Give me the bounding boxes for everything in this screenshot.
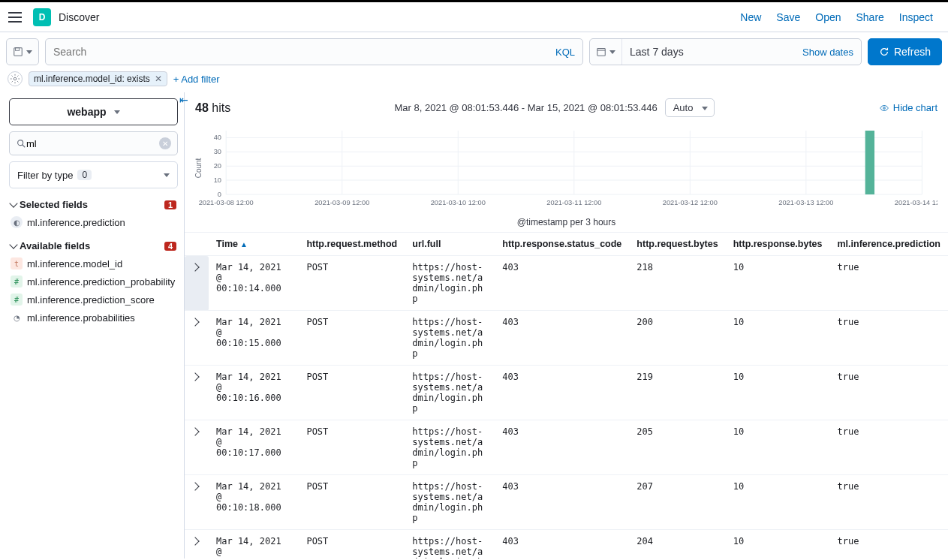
number-type-icon: # xyxy=(11,275,23,288)
cell-time: Mar 14, 2021 @ 00:10:19.000 xyxy=(209,530,299,559)
column-header[interactable]: http.response.bytes xyxy=(726,233,830,256)
query-input[interactable] xyxy=(53,46,555,58)
cell-reqbytes: 205 xyxy=(629,420,725,475)
clear-icon[interactable]: ✕ xyxy=(159,137,171,149)
column-header[interactable]: url.full xyxy=(405,233,495,256)
selected-fields-header[interactable]: Selected fields 1 xyxy=(9,196,178,213)
date-range-text[interactable]: Last 7 days xyxy=(622,46,795,58)
search-icon xyxy=(16,138,26,149)
expand-row-button[interactable] xyxy=(185,256,209,311)
column-header[interactable]: ml.inference.prediction xyxy=(829,233,948,256)
cell-prediction: true xyxy=(829,311,948,366)
field-name: ml.inference.prediction xyxy=(27,217,125,228)
results-table-wrap[interactable]: Time▲http.request.methodurl.fullhttp.res… xyxy=(185,232,948,558)
inspect-link[interactable]: Inspect xyxy=(899,11,933,23)
cell-status: 403 xyxy=(495,311,629,366)
share-link[interactable]: Share xyxy=(856,11,884,23)
field-item[interactable]: #ml.inference.prediction_score xyxy=(9,291,178,309)
open-link[interactable]: Open xyxy=(815,11,841,23)
svg-point-7 xyxy=(883,107,885,109)
refresh-label: Refresh xyxy=(894,46,931,58)
expand-row-button[interactable] xyxy=(185,311,209,366)
expand-row-button[interactable] xyxy=(185,475,209,530)
svg-text:2021-03-13 12:00: 2021-03-13 12:00 xyxy=(778,199,833,206)
hide-chart-link[interactable]: Hide chart xyxy=(879,102,937,113)
time-range-display: Mar 8, 2021 @ 08:01:53.446 - Mar 15, 202… xyxy=(394,98,715,117)
column-header[interactable]: Time▲ xyxy=(209,233,299,256)
field-name: ml.inference.probabilities xyxy=(27,312,135,324)
filter-settings-button[interactable] xyxy=(8,71,23,86)
svg-text:2021-03-11 12:00: 2021-03-11 12:00 xyxy=(546,199,601,206)
save-link[interactable]: Save xyxy=(776,11,800,23)
chart-caption: @timestamp per 3 hours xyxy=(195,217,937,227)
calendar-button[interactable] xyxy=(590,39,622,65)
cell-time: Mar 14, 2021 @ 00:10:18.000 xyxy=(209,475,299,530)
field-item[interactable]: ◔ml.inference.probabilities xyxy=(9,309,178,327)
field-name: ml.inference.prediction_score xyxy=(27,294,155,306)
expand-row-button[interactable] xyxy=(185,420,209,475)
filter-pill-label: ml.inference.model_id: exists xyxy=(34,74,150,84)
time-range-text: Mar 8, 2021 @ 08:01:53.446 - Mar 15, 202… xyxy=(394,102,657,113)
disk-icon xyxy=(13,47,23,57)
field-item[interactable]: #ml.inference.prediction_probability xyxy=(9,272,178,291)
filter-by-type-button[interactable]: Filter by type 0 xyxy=(9,161,178,188)
table-row: Mar 14, 2021 @ 00:10:18.000POSThttps://h… xyxy=(185,475,948,530)
svg-point-4 xyxy=(14,77,17,80)
query-bar: KQL Last 7 days Show dates Refresh xyxy=(0,32,948,71)
cell-resbytes: 10 xyxy=(726,530,830,559)
index-pattern-label: webapp xyxy=(67,106,106,118)
cell-method: POST xyxy=(299,311,405,366)
hit-count: 48 hits xyxy=(195,101,230,115)
close-icon[interactable]: ✕ xyxy=(155,74,162,84)
interval-select[interactable]: Auto xyxy=(665,98,715,117)
cell-url: https://host-systems.net/admin/login.php xyxy=(405,475,495,530)
query-lang-toggle[interactable]: KQL xyxy=(555,47,575,58)
add-filter-link[interactable]: + Add filter xyxy=(173,74,220,85)
chevron-down-icon xyxy=(26,50,32,54)
svg-text:10: 10 xyxy=(214,176,221,184)
cell-prediction: true xyxy=(829,530,948,559)
field-item[interactable]: tml.inference.model_id xyxy=(9,254,178,272)
table-row: Mar 14, 2021 @ 00:10:14.000POSThttps://h… xyxy=(185,256,948,311)
selected-fields-count: 1 xyxy=(164,200,176,209)
collapse-sidebar-icon[interactable]: ⇤ xyxy=(179,94,188,106)
cell-status: 403 xyxy=(495,475,629,530)
cell-time: Mar 14, 2021 @ 00:10:14.000 xyxy=(209,256,299,311)
filter-pill[interactable]: ml.inference.model_id: exists ✕ xyxy=(29,71,167,86)
field-search-input[interactable] xyxy=(26,138,159,149)
histogram-chart[interactable]: Count0102030402021-03-08 12:002021-03-09… xyxy=(185,123,948,232)
available-fields-header[interactable]: Available fields 4 xyxy=(9,237,178,254)
svg-rect-33 xyxy=(865,131,874,194)
cell-time: Mar 14, 2021 @ 00:10:17.000 xyxy=(209,420,299,475)
new-link[interactable]: New xyxy=(740,11,761,23)
date-picker[interactable]: Last 7 days Show dates xyxy=(589,38,862,65)
column-header[interactable]: http.request.bytes xyxy=(629,233,725,256)
expand-row-button[interactable] xyxy=(185,366,209,420)
saved-query-button[interactable] xyxy=(6,38,39,65)
show-dates-link[interactable]: Show dates xyxy=(795,47,861,58)
svg-text:Count: Count xyxy=(195,158,203,178)
app-icon: D xyxy=(33,8,51,26)
content: 48 hits Mar 8, 2021 @ 08:01:53.446 - Mar… xyxy=(184,92,948,558)
nested-type-icon: ◔ xyxy=(11,312,23,324)
index-pattern-button[interactable]: webapp xyxy=(9,98,178,125)
cell-method: POST xyxy=(299,530,405,559)
menu-icon[interactable] xyxy=(6,8,24,26)
refresh-button[interactable]: Refresh xyxy=(868,38,942,65)
eye-icon xyxy=(879,103,889,113)
field-item[interactable]: ◐ml.inference.prediction xyxy=(9,213,178,231)
table-row: Mar 14, 2021 @ 00:10:17.000POSThttps://h… xyxy=(185,420,948,475)
cell-method: POST xyxy=(299,366,405,420)
svg-text:0: 0 xyxy=(218,191,221,198)
query-input-wrap[interactable]: KQL xyxy=(45,38,583,65)
cell-reqbytes: 200 xyxy=(629,311,725,366)
svg-text:40: 40 xyxy=(214,134,221,142)
cell-time: Mar 14, 2021 @ 00:10:16.000 xyxy=(209,366,299,420)
unknown-type-icon: ◐ xyxy=(11,216,23,228)
expand-row-button[interactable] xyxy=(185,530,209,559)
svg-text:2021-03-12 12:00: 2021-03-12 12:00 xyxy=(663,199,718,206)
field-search-wrap[interactable]: ✕ xyxy=(9,131,178,155)
column-header[interactable]: http.request.method xyxy=(299,233,405,256)
column-header[interactable]: http.response.status_code xyxy=(495,233,629,256)
cell-resbytes: 10 xyxy=(726,420,830,475)
